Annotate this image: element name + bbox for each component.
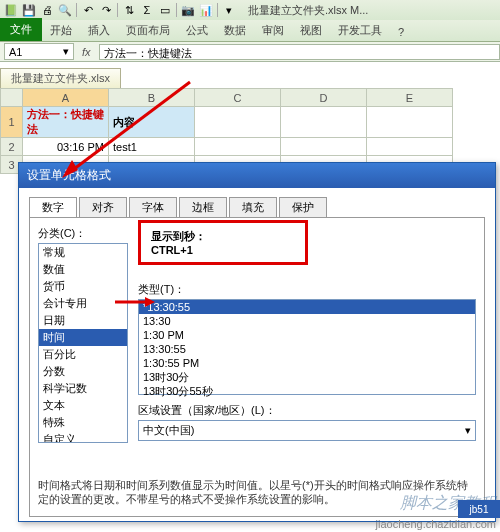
dialog-title: 设置单元格格式 <box>19 163 495 188</box>
chevron-down-icon[interactable]: ▾ <box>63 45 69 58</box>
col-header-d[interactable]: D <box>281 89 367 107</box>
name-box-value: A1 <box>9 46 22 58</box>
cell[interactable] <box>367 138 453 156</box>
workbook-tab[interactable]: 批量建立文件夹.xlsx <box>0 68 121 88</box>
list-item[interactable]: 13时30分55秒 <box>139 384 475 398</box>
cell[interactable] <box>367 107 453 138</box>
list-item[interactable]: 13时30分 <box>139 370 475 384</box>
dialog-tab-fill[interactable]: 填充 <box>229 197 277 218</box>
annotation-callout: 显示到秒： CTRL+1 <box>138 220 308 265</box>
tab-dev[interactable]: 开发工具 <box>330 20 390 41</box>
list-item[interactable]: 分数 <box>39 363 127 380</box>
redo-icon[interactable]: ↷ <box>99 3 113 17</box>
tab-insert[interactable]: 插入 <box>80 20 118 41</box>
callout-line2: CTRL+1 <box>151 244 295 256</box>
list-item[interactable]: 数值 <box>39 261 127 278</box>
dialog-panel: 分类(C)： 常规 数值 货币 会计专用 日期 时间 百分比 分数 科学记数 文… <box>29 217 485 517</box>
tab-view[interactable]: 视图 <box>292 20 330 41</box>
cell[interactable] <box>195 138 281 156</box>
list-item[interactable]: 科学记数 <box>39 380 127 397</box>
locale-label: 区域设置（国家/地区）(L)： <box>138 403 476 418</box>
separator <box>117 3 118 17</box>
col-header-e[interactable]: E <box>367 89 453 107</box>
col-header-b[interactable]: B <box>109 89 195 107</box>
preview-icon[interactable]: 🔍 <box>58 3 72 17</box>
print-icon[interactable]: 🖨 <box>40 3 54 17</box>
cell-b1[interactable]: 内容 <box>109 107 195 138</box>
tab-file[interactable]: 文件 <box>0 18 42 41</box>
tab-data[interactable]: 数据 <box>216 20 254 41</box>
chevron-down-icon: ▾ <box>465 424 471 437</box>
list-item[interactable]: 会计专用 <box>39 295 127 312</box>
tab-layout[interactable]: 页面布局 <box>118 20 178 41</box>
footer-badge: jb51 <box>458 500 500 518</box>
list-item-selected[interactable]: *13:30:55 <box>139 300 475 314</box>
type-label: 类型(T)： <box>138 282 476 297</box>
tab-home[interactable]: 开始 <box>42 20 80 41</box>
row-header-1[interactable]: 1 <box>1 107 23 138</box>
list-item[interactable]: 常规 <box>39 244 127 261</box>
fx-label[interactable]: fx <box>82 46 91 58</box>
dialog-tab-font[interactable]: 字体 <box>129 197 177 218</box>
list-item[interactable]: 1:30:55 PM <box>139 356 475 370</box>
dialog-tabs: 数字 对齐 字体 边框 填充 保护 <box>29 196 485 217</box>
list-item[interactable]: 文本 <box>39 397 127 414</box>
list-item[interactable]: 货币 <box>39 278 127 295</box>
list-item[interactable]: 自定义 <box>39 431 127 443</box>
cell-b2[interactable]: test1 <box>109 138 195 156</box>
tab-formula[interactable]: 公式 <box>178 20 216 41</box>
tab-help[interactable]: ? <box>390 23 412 41</box>
list-item[interactable]: 13:30 <box>139 314 475 328</box>
col-header-a[interactable]: A <box>23 89 109 107</box>
cell-a1[interactable]: 方法一：快捷键法 <box>23 107 109 138</box>
list-item[interactable]: 1:30 PM <box>139 328 475 342</box>
separator <box>76 3 77 17</box>
col-header-c[interactable]: C <box>195 89 281 107</box>
chart-icon[interactable]: 📊 <box>199 3 213 17</box>
dropdown-icon[interactable]: ▾ <box>222 3 236 17</box>
cell[interactable] <box>281 107 367 138</box>
ribbon-tabs: 文件 开始 插入 页面布局 公式 数据 审阅 视图 开发工具 ? <box>0 20 500 42</box>
dialog-tab-protect[interactable]: 保护 <box>279 197 327 218</box>
separator <box>176 3 177 17</box>
quick-access-toolbar: 📗 💾 🖨 🔍 ↶ ↷ ⇅ Σ ▭ 📷 📊 ▾ 批量建立文件夹.xlsx M..… <box>0 0 500 20</box>
sum-icon[interactable]: Σ <box>140 3 154 17</box>
cell-a2[interactable]: 03:16 PM <box>23 138 109 156</box>
list-item[interactable]: 特殊 <box>39 414 127 431</box>
separator <box>217 3 218 17</box>
callout-line1: 显示到秒： <box>151 229 295 244</box>
formula-bar[interactable]: 方法一：快捷键法 <box>99 44 500 60</box>
footer-url: jiaocheng.chazidian.com <box>376 518 496 530</box>
tab-review[interactable]: 审阅 <box>254 20 292 41</box>
select-all-corner[interactable] <box>1 89 23 107</box>
undo-icon[interactable]: ↶ <box>81 3 95 17</box>
merge-icon[interactable]: ▭ <box>158 3 172 17</box>
list-item[interactable]: 百分比 <box>39 346 127 363</box>
category-label: 分类(C)： <box>38 226 128 241</box>
cell[interactable] <box>281 138 367 156</box>
dialog-tab-border[interactable]: 边框 <box>179 197 227 218</box>
save-icon[interactable]: 💾 <box>22 3 36 17</box>
formula-bar-row: A1 ▾ fx 方法一：快捷键法 <box>0 42 500 62</box>
row-header-2[interactable]: 2 <box>1 138 23 156</box>
list-item-selected[interactable]: 时间 <box>39 329 127 346</box>
name-box[interactable]: A1 ▾ <box>4 43 74 60</box>
cell[interactable] <box>195 107 281 138</box>
list-item[interactable]: 日期 <box>39 312 127 329</box>
type-list[interactable]: *13:30:55 13:30 1:30 PM 13:30:55 1:30:55… <box>138 299 476 395</box>
dialog-tab-number[interactable]: 数字 <box>29 197 77 218</box>
list-item[interactable]: 13:30:55 <box>139 342 475 356</box>
locale-dropdown[interactable]: 中文(中国) ▾ <box>138 420 476 441</box>
category-list[interactable]: 常规 数值 货币 会计专用 日期 时间 百分比 分数 科学记数 文本 特殊 自定… <box>38 243 128 443</box>
zoom-icon[interactable]: 📷 <box>181 3 195 17</box>
app-icon: 📗 <box>4 3 18 17</box>
locale-value: 中文(中国) <box>143 423 194 438</box>
format-cells-dialog: 设置单元格格式 数字 对齐 字体 边框 填充 保护 分类(C)： 常规 数值 货… <box>18 162 496 522</box>
window-title: 批量建立文件夹.xlsx M... <box>248 3 368 18</box>
workbook-tab-bar: 批量建立文件夹.xlsx <box>0 68 500 88</box>
dialog-tab-align[interactable]: 对齐 <box>79 197 127 218</box>
sort-icon[interactable]: ⇅ <box>122 3 136 17</box>
